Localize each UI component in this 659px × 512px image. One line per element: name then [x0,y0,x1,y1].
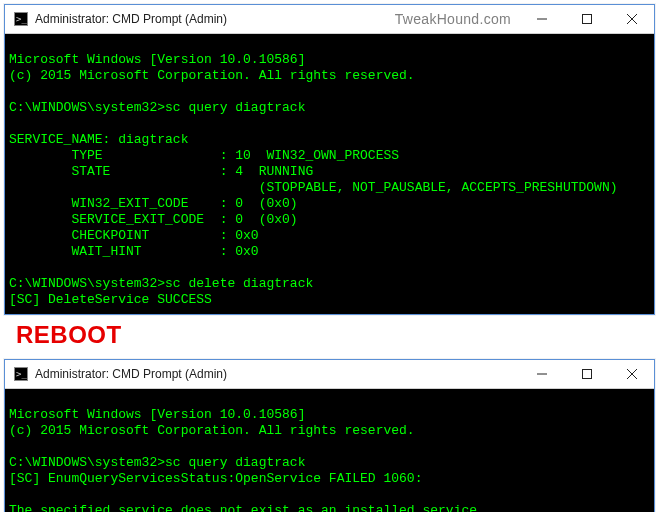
output-line: (STOPPABLE, NOT_PAUSABLE, ACCEPTS_PRESHU… [9,180,618,195]
svg-text:>_: >_ [16,369,27,379]
minimize-button[interactable] [519,5,564,33]
titlebar[interactable]: >_ Administrator: CMD Prompt (Admin) [5,360,654,389]
output-line: The specified service does not exist as … [9,503,485,512]
output-line: (c) 2015 Microsoft Corporation. All righ… [9,68,415,83]
prompt: C:\WINDOWS\system32> [9,100,165,115]
output-line: Microsoft Windows [Version 10.0.10586] [9,407,305,422]
terminal-output[interactable]: Microsoft Windows [Version 10.0.10586] (… [5,34,654,314]
output-line: SERVICE_NAME: diagtrack [9,132,188,147]
watermark: TweakHound.com [395,11,519,27]
output-line: SERVICE_EXIT_CODE : 0 (0x0) [9,212,298,227]
close-button[interactable] [609,360,654,388]
command-input: sc query diagtrack [165,455,305,470]
output-line: [SC] DeleteService SUCCESS [9,292,212,307]
terminal-output[interactable]: Microsoft Windows [Version 10.0.10586] (… [5,389,654,512]
svg-text:>_: >_ [16,14,27,24]
window-controls [519,360,654,388]
cmd-icon: >_ [13,11,29,27]
cmd-window-2: >_ Administrator: CMD Prompt (Admin) Mic… [4,359,655,512]
close-button[interactable] [609,5,654,33]
output-line: STATE : 4 RUNNING [9,164,313,179]
minimize-button[interactable] [519,360,564,388]
output-line: TYPE : 10 WIN32_OWN_PROCESS [9,148,399,163]
cmd-icon: >_ [13,366,29,382]
prompt: C:\WINDOWS\system32> [9,455,165,470]
prompt: C:\WINDOWS\system32> [9,276,165,291]
command-input: sc query diagtrack [165,100,305,115]
svg-rect-11 [582,370,591,379]
output-line: Microsoft Windows [Version 10.0.10586] [9,52,305,67]
cmd-window-1: >_ Administrator: CMD Prompt (Admin) Twe… [4,4,655,315]
window-controls [519,5,654,33]
window-title: Administrator: CMD Prompt (Admin) [35,12,227,26]
output-line: WAIT_HINT : 0x0 [9,244,259,259]
titlebar[interactable]: >_ Administrator: CMD Prompt (Admin) Twe… [5,5,654,34]
maximize-button[interactable] [564,360,609,388]
command-input: sc delete diagtrack [165,276,313,291]
output-line: (c) 2015 Microsoft Corporation. All righ… [9,423,415,438]
output-line: WIN32_EXIT_CODE : 0 (0x0) [9,196,298,211]
window-title: Administrator: CMD Prompt (Admin) [35,367,227,381]
output-line: [SC] EnumQueryServicesStatus:OpenService… [9,471,422,486]
svg-rect-4 [582,15,591,24]
reboot-label: REBOOT [16,321,655,349]
output-line: CHECKPOINT : 0x0 [9,228,259,243]
maximize-button[interactable] [564,5,609,33]
